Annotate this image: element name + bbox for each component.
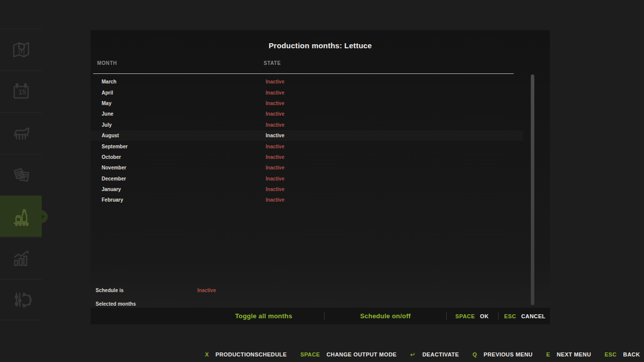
schedule-status-value: Inactive — [197, 288, 216, 293]
schedule-status-label: Schedule is — [96, 288, 124, 293]
help-label: CHANGE OUTPUT MODE — [327, 351, 396, 357]
production-icon — [10, 206, 32, 228]
key-hint: ESC — [605, 351, 617, 357]
sidebar-item-statistics[interactable] — [0, 237, 42, 279]
toggle-all-months-button[interactable]: Toggle all months — [235, 308, 292, 324]
help-label: DEACTIVATE — [423, 351, 459, 357]
help-item-productionschedule[interactable]: XPRODUCTIONSCHEDULE — [205, 351, 287, 357]
table-row[interactable]: MarchInactive — [91, 76, 523, 87]
schedule-status-row: Schedule is Inactive — [91, 288, 523, 295]
table-row[interactable]: JanuaryInactive — [91, 184, 523, 195]
map-icon — [10, 39, 32, 61]
sidebar-item-finances[interactable] — [0, 154, 42, 195]
table-header-row: MONTH STATE — [91, 60, 550, 68]
table-row[interactable]: JulyInactive — [91, 120, 523, 130]
finances-icon — [10, 164, 32, 186]
schedule-onoff-button[interactable]: Schedule on/off — [360, 308, 411, 324]
cancel-button[interactable]: CANCEL — [521, 308, 545, 324]
key-hint: E — [546, 351, 550, 357]
month-cell: January — [102, 187, 121, 192]
table-row[interactable]: DecemberInactive — [91, 173, 523, 184]
state-cell: Inactive — [266, 122, 284, 128]
selected-months-label: Selected months — [96, 301, 136, 307]
table-row[interactable]: MayInactive — [91, 98, 523, 109]
header-divider — [93, 73, 514, 74]
help-label: BACK — [623, 351, 640, 357]
month-cell: March — [102, 79, 116, 84]
help-label: PRODUCTIONSCHEDULE — [215, 351, 287, 357]
state-cell: Inactive — [266, 144, 284, 149]
sidebar-item-calendar[interactable]: 15 — [0, 70, 42, 112]
return-key-icon: ↵ — [410, 351, 416, 358]
table-row[interactable]: JuneInactive — [91, 109, 523, 119]
sidebar-item-animals[interactable] — [0, 112, 42, 153]
state-cell: Inactive — [266, 90, 284, 96]
sidebar-item-production[interactable] — [0, 196, 42, 237]
help-item-back[interactable]: ESCBACK — [605, 351, 640, 357]
statistics-icon — [10, 247, 32, 269]
action-separator — [498, 312, 499, 320]
table-row[interactable]: AugustInactive — [91, 130, 523, 141]
state-cell: Inactive — [266, 79, 284, 84]
state-cell: Inactive — [266, 101, 284, 106]
month-cell: September — [102, 144, 128, 149]
state-cell: Inactive — [266, 154, 284, 160]
help-item-change-output-mode[interactable]: SPACECHANGE OUTPUT MODE — [300, 351, 396, 357]
cancel-key-hint: ESC — [504, 308, 516, 324]
scrollbar[interactable] — [531, 74, 534, 305]
help-label: PREVIOUS MENU — [484, 351, 533, 357]
ok-button[interactable]: OK — [480, 308, 489, 324]
dialog-action-bar: Toggle all months Schedule on/off SPACE … — [91, 308, 550, 324]
arrow-right-icon — [42, 215, 45, 219]
state-cell: Inactive — [266, 197, 284, 203]
state-cell: Inactive — [266, 187, 284, 192]
settings-icon — [10, 289, 32, 311]
help-item-deactivate[interactable]: ↵DEACTIVATE — [410, 351, 459, 358]
animals-icon — [10, 122, 32, 144]
month-cell: October — [102, 154, 121, 160]
table-row[interactable]: AprilInactive — [91, 87, 523, 98]
selected-months-row: Selected months — [91, 301, 523, 308]
table-row[interactable]: OctoberInactive — [91, 152, 523, 162]
state-cell: Inactive — [266, 165, 284, 170]
ok-key-hint: SPACE — [455, 308, 475, 324]
table-row[interactable]: FebruaryInactive — [91, 195, 523, 205]
key-hint: SPACE — [300, 351, 320, 357]
production-months-dialog: Production months: Lettuce MONTH STATE M… — [91, 30, 550, 324]
state-cell: Inactive — [266, 133, 284, 138]
state-cell: Inactive — [266, 176, 284, 182]
months-table: MarchInactiveAprilInactiveMayInactiveJun… — [91, 76, 523, 206]
sidebar-item-map[interactable] — [0, 29, 42, 70]
action-separator — [446, 312, 447, 320]
month-cell: February — [102, 197, 123, 203]
help-label: NEXT MENU — [556, 351, 591, 357]
column-header-state: STATE — [264, 60, 281, 66]
month-cell: July — [102, 122, 112, 128]
svg-text:15: 15 — [18, 88, 26, 96]
action-separator — [324, 312, 325, 320]
table-row[interactable]: SeptemberInactive — [91, 141, 523, 151]
page-title: Production months: Lettuce — [91, 41, 550, 50]
keybind-help-bar: XPRODUCTIONSCHEDULESPACECHANGE OUTPUT MO… — [205, 347, 640, 362]
month-cell: December — [102, 176, 126, 182]
selected-tab-bump — [35, 210, 48, 223]
table-row[interactable]: NovemberInactive — [91, 162, 523, 173]
key-hint: X — [205, 351, 209, 357]
month-cell: August — [102, 133, 119, 138]
month-cell: April — [102, 90, 113, 96]
sidebar: 15 — [0, 0, 42, 362]
month-cell: May — [102, 101, 111, 106]
month-cell: November — [102, 165, 126, 170]
key-hint: Q — [472, 351, 477, 357]
month-cell: June — [102, 111, 113, 117]
column-header-month: MONTH — [97, 60, 117, 66]
state-cell: Inactive — [266, 111, 284, 117]
help-item-next-menu[interactable]: ENEXT MENU — [546, 351, 591, 357]
calendar-icon: 15 — [10, 80, 32, 103]
sidebar-item-settings[interactable] — [0, 279, 42, 320]
help-item-previous-menu[interactable]: QPREVIOUS MENU — [472, 351, 532, 357]
